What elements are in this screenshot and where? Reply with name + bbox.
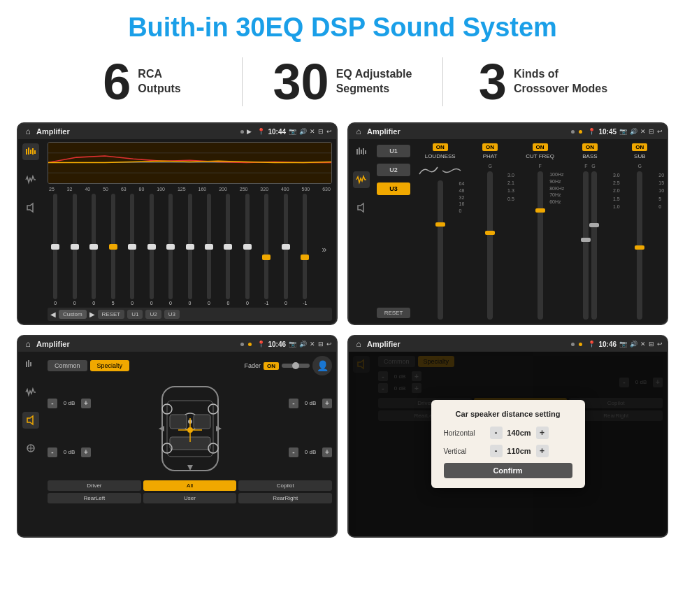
- eq-slider-100[interactable]: 0: [163, 194, 178, 306]
- cross-btn-user[interactable]: User: [143, 493, 237, 503]
- cross-btn-copilot[interactable]: Copilot: [238, 480, 332, 491]
- amp2-bass-toggle[interactable]: ON: [582, 143, 598, 151]
- amp2-preset-u2[interactable]: U2: [377, 164, 410, 176]
- amp2-cutfreq-toggle[interactable]: ON: [533, 143, 548, 151]
- cross-db3-minus[interactable]: -: [289, 399, 298, 408]
- eq-main-area: 253240506380100125160200250320400500630 …: [43, 139, 336, 324]
- svg-rect-2: [30, 150, 31, 154]
- cross-db2-minus[interactable]: -: [48, 447, 57, 457]
- amp2-sidebar-icon3[interactable]: [353, 199, 370, 216]
- eq-slider-500[interactable]: -1: [297, 194, 312, 306]
- cross-fader-toggle[interactable]: ON: [264, 362, 279, 370]
- amp2-sub-toggle[interactable]: ON: [632, 143, 647, 151]
- cross-db2-plus[interactable]: +: [81, 447, 91, 457]
- stat-crossover: 3 Kinds ofCrossover Modes: [443, 57, 643, 107]
- cross-btn-all[interactable]: All: [143, 480, 237, 491]
- eq-slider-50[interactable]: 5: [105, 194, 120, 306]
- cross-tab-common[interactable]: Common: [48, 360, 87, 371]
- amp2-minimize-icon: ⊟: [649, 128, 654, 135]
- eq-slider-400[interactable]: 0: [278, 194, 294, 306]
- cross-person-icon[interactable]: 👤: [312, 356, 332, 375]
- dialog-pin-icon: 📍: [588, 341, 596, 348]
- cross-btn-driver[interactable]: Driver: [48, 480, 141, 491]
- eq-freq-labels: 253240506380100125160200250320400500630: [48, 187, 332, 192]
- eq-slider-200[interactable]: 0: [220, 194, 236, 306]
- svg-rect-17: [28, 360, 29, 367]
- dialog-vertical-plus[interactable]: +: [536, 445, 549, 457]
- eq-sidebar-speaker-icon[interactable]: [22, 199, 39, 216]
- cross-db-control-2: - 0 dB +: [48, 447, 91, 457]
- pin-icon: 📍: [257, 128, 265, 135]
- cross-db4-plus[interactable]: +: [322, 447, 332, 457]
- eq-sidebar-wave-icon[interactable]: [22, 171, 39, 188]
- eq-slider-40[interactable]: 0: [86, 194, 101, 306]
- amp2-loudness-toggle[interactable]: ON: [433, 143, 448, 151]
- back-icon[interactable]: ↩: [326, 128, 332, 135]
- eq-reset-btn[interactable]: RESET: [98, 310, 125, 319]
- cross-right-controls: - 0 dB + - 0 dB +: [289, 380, 332, 478]
- eq-more-icon[interactable]: »: [317, 194, 332, 306]
- dialog-vertical-row: Vertical - 110cm +: [444, 445, 572, 457]
- eq-prev-icon[interactable]: ◀: [50, 310, 56, 318]
- cross-btn-rearright[interactable]: RearRight: [238, 493, 332, 503]
- cross-db1-minus[interactable]: -: [48, 399, 57, 408]
- eq-slider-250[interactable]: 0: [240, 194, 255, 306]
- cross-tab-specialty[interactable]: Specialty: [90, 360, 130, 371]
- eq-slider-32[interactable]: 0: [66, 194, 82, 306]
- amp2-sidebar: [349, 139, 374, 324]
- amp2-back-icon[interactable]: ↩: [657, 128, 663, 135]
- dialog-horizontal-plus[interactable]: +: [536, 427, 549, 439]
- eq-preset-custom[interactable]: Custom: [59, 310, 87, 319]
- amp2-reset-btn[interactable]: RESET: [377, 308, 410, 318]
- cross-sidebar-icon2[interactable]: [22, 384, 39, 401]
- cross-fader-slider[interactable]: [282, 364, 310, 368]
- screens-grid: ⌂ Amplifier ▶ 📍 10:44 📷 🔊 ✕ ⊟ ↩: [0, 117, 685, 545]
- minimize-icon: ⊟: [318, 128, 324, 135]
- amp2-phat-label: PHAT: [483, 153, 498, 159]
- amp2-sidebar-icon1[interactable]: [353, 143, 370, 160]
- eq-slider-63[interactable]: 0: [124, 194, 140, 306]
- cross-back-icon[interactable]: ↩: [326, 341, 332, 348]
- cross-btn-rearleft[interactable]: RearLeft: [48, 493, 141, 503]
- amp2-cutfreq-label: CUT FREQ: [526, 153, 554, 159]
- dialog-home-icon[interactable]: ⌂: [353, 338, 364, 350]
- home-icon[interactable]: ⌂: [22, 126, 34, 137]
- cross-db4-minus[interactable]: -: [289, 447, 298, 457]
- dialog-back-icon[interactable]: ↩: [657, 341, 663, 348]
- eq-slider-320[interactable]: -1: [259, 194, 274, 306]
- eq-u2-btn[interactable]: U2: [145, 310, 161, 319]
- amp2-preset-u3[interactable]: U3: [377, 182, 410, 195]
- cross-db1-plus[interactable]: +: [81, 399, 91, 408]
- amp2-phat-toggle[interactable]: ON: [482, 143, 498, 151]
- eq-slider-125[interactable]: 0: [182, 194, 197, 306]
- cross-sidebar-icon4[interactable]: [22, 440, 39, 457]
- eq-content: 253240506380100125160200250320400500630 …: [18, 139, 336, 324]
- eq-graph: [48, 142, 332, 184]
- eq-slider-80[interactable]: 0: [143, 194, 159, 306]
- amp2-time: 10:45: [598, 128, 616, 136]
- dialog-horizontal-minus[interactable]: -: [490, 427, 503, 439]
- dialog-confirm-button[interactable]: Confirm: [444, 463, 572, 478]
- eq-sidebar-eq-icon[interactable]: [22, 143, 39, 160]
- cross-db3-plus[interactable]: +: [322, 399, 332, 408]
- dialog-container: Car speaker distance setting Horizontal …: [349, 352, 667, 536]
- cross-home-icon[interactable]: ⌂: [22, 338, 34, 350]
- eq-slider-160[interactable]: 0: [201, 194, 217, 306]
- cross-sidebar-icon1[interactable]: [22, 356, 39, 373]
- svg-rect-14: [365, 150, 366, 154]
- eq-slider-25[interactable]: 0: [48, 194, 63, 306]
- amp2-sidebar-icon2[interactable]: [353, 171, 370, 188]
- dialog-minimize-icon: ⊟: [649, 341, 654, 348]
- amp2-loudness-section: ON LOUDNESS 644832160: [416, 143, 464, 320]
- svg-rect-13: [363, 148, 364, 155]
- cross-db-control-1: - 0 dB +: [48, 399, 91, 408]
- cross-sidebar-icon3[interactable]: [22, 412, 39, 429]
- amp2-home-icon[interactable]: ⌂: [353, 126, 364, 137]
- eq-next-icon[interactable]: ▶: [89, 310, 95, 318]
- amp2-preset-u1[interactable]: U1: [377, 145, 410, 157]
- amp2-status-bar: ⌂ Amplifier 📍 10:45 📷 🔊 ✕ ⊟ ↩: [349, 124, 667, 139]
- eq-u3-btn[interactable]: U3: [164, 310, 180, 319]
- eq-u1-btn[interactable]: U1: [127, 310, 143, 319]
- svg-rect-10: [356, 149, 358, 155]
- dialog-vertical-minus[interactable]: -: [490, 445, 503, 457]
